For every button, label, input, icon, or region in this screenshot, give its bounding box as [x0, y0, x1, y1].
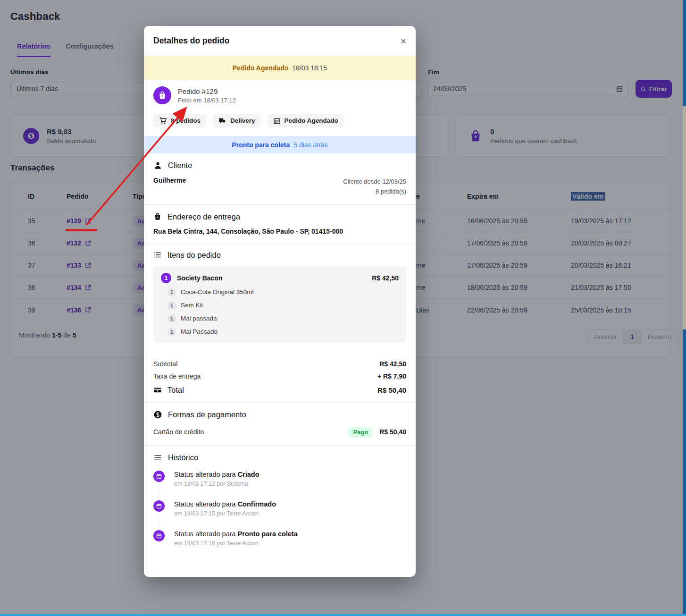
paid-badge: Pago: [348, 427, 373, 438]
history-event-status: Confirmado: [238, 500, 276, 508]
status-banner-label: Pronto para coleta: [232, 141, 290, 149]
history-event-text: Status alterado para: [174, 530, 236, 538]
orders-count-chip: 8 pedidos: [153, 114, 206, 127]
order-item-card: 1 Society Bacon R$ 42,50 1 Coca-Cola Ori…: [153, 266, 406, 343]
history-event-status: Pronto para coleta: [238, 530, 298, 538]
total-label: Total: [167, 386, 184, 395]
history-event-meta: em 18/03 17:15 por Teste Accon: [174, 510, 406, 517]
subitem-qty-badge: 1: [167, 301, 176, 310]
client-section: Cliente Guilherme Cliente desde 12/03/25…: [144, 153, 416, 205]
order-details-modal: Detalhes do pedido × Pedido Agendado 18/…: [144, 26, 416, 577]
history-heading: Histórico: [168, 453, 198, 462]
address-section: Endereço de entrega Rua Bela Cintra, 144…: [144, 205, 416, 243]
calendar-icon: [153, 500, 165, 512]
subitem: 1 Mal passada: [167, 314, 399, 323]
bottom-blue-bar: [0, 614, 686, 616]
item-qty-badge: 1: [161, 273, 171, 283]
scheduled-banner-label: Pedido Agendado: [233, 64, 288, 72]
history-event-meta: em 18/03 17:16 por Teste Accon: [174, 540, 406, 547]
calendar-icon: [153, 471, 165, 482]
order-bag-icon: [153, 86, 171, 104]
menu-lines-icon: [153, 453, 162, 462]
calendar-icon: [153, 530, 165, 541]
scheduled-banner: Pedido Agendado 18/03 18:15: [144, 56, 416, 80]
history-event: Status alterado para Criado em 18/03 17:…: [153, 471, 406, 500]
status-banner: Pronto para coleta 5 dias atrás: [144, 136, 416, 153]
history-event: Status alterado para Confirmado em 18/03…: [153, 500, 406, 530]
subitem: 1 Sem Kit: [167, 301, 399, 310]
order-summary-block: Pedido #129 Feito em 18/03 17:12 8 pedid…: [144, 80, 416, 136]
person-icon: [153, 161, 162, 170]
subitem-qty-badge: 1: [167, 314, 176, 323]
calendar-icon: [273, 117, 281, 125]
dollar-circle-icon: [153, 410, 162, 419]
client-orders-count: 8 pedido(s): [376, 188, 406, 195]
subitems-list: 1 Coca-Cola Original 350ml 1 Sem Kit 1 M…: [161, 288, 399, 336]
address-value: Rua Bela Cintra, 144, Consolação, São Pa…: [153, 228, 406, 235]
subitem-name: Sem Kit: [181, 302, 203, 309]
history-section: Histórico Status alterado para Criado em…: [144, 446, 416, 556]
subitem: 1 Mal Passado: [167, 328, 399, 336]
item-name: Society Bacon: [177, 274, 222, 282]
close-icon[interactable]: ×: [401, 36, 406, 46]
history-event-meta: em 18/03 17:12 por Sistema: [174, 481, 406, 487]
delivery-fee-label: Taxa de entrega: [153, 372, 201, 380]
subitem: 1 Coca-Cola Original 350ml: [167, 288, 399, 296]
scheduled-chip: Pedido Agendado: [268, 114, 344, 127]
history-event: Status alterado para Pronto para coleta …: [153, 530, 406, 548]
history-event-text: Status alterado para: [174, 500, 236, 508]
subitem-name: Mal passada: [181, 315, 217, 322]
modal-title: Detalhes do pedido: [153, 36, 229, 46]
subitem-qty-badge: 1: [167, 328, 176, 336]
truck-icon: [218, 117, 226, 125]
subitem-name: Mal Passado: [181, 328, 218, 335]
history-event-status: Criado: [238, 471, 259, 478]
items-heading: Itens do pedido: [167, 251, 221, 260]
history-event-text: Status alterado para: [174, 471, 236, 478]
status-banner-time: 5 dias atrás: [293, 141, 327, 149]
total-value: R$ 50,40: [377, 386, 406, 394]
address-heading: Endereço de entrega: [167, 212, 240, 221]
payment-section: Formas de pagamento Cartão de crédito Pa…: [144, 403, 416, 446]
client-name: Guilherme: [153, 177, 186, 197]
right-edge-panel-sliver: [683, 106, 686, 329]
delivery-fee-value: + R$ 7,90: [377, 372, 406, 380]
subitem-name: Coca-Cola Original 350ml: [181, 288, 254, 295]
payment-amount: R$ 50,40: [379, 428, 406, 436]
modal-header: Detalhes do pedido ×: [144, 26, 416, 56]
scheduled-banner-time: 18/03 18:15: [292, 64, 327, 72]
wallet-icon: [153, 386, 162, 394]
payment-heading: Formas de pagamento: [168, 410, 246, 419]
payment-method: Cartão de crédito: [153, 428, 204, 436]
order-number: Pedido #129: [178, 87, 236, 95]
bag-icon: [153, 212, 162, 221]
history-timeline: Status alterado para Criado em 18/03 17:…: [153, 471, 406, 548]
client-since: Cliente desde 12/03/25: [343, 178, 406, 185]
item-price: R$ 42,50: [372, 274, 399, 282]
cart-icon: [159, 117, 167, 125]
subtotal-value: R$ 42,50: [379, 360, 406, 368]
subtotal-label: Subtotal: [153, 360, 177, 368]
order-made-at: Feito em 18/03 17:12: [178, 97, 236, 104]
subitem-qty-badge: 1: [167, 288, 176, 296]
totals-section: Subtotal R$ 42,50 Taxa de entrega + R$ 7…: [144, 353, 416, 403]
items-section: Itens do pedido 1 Society Bacon R$ 42,50…: [144, 243, 416, 353]
delivery-chip: Delivery: [213, 114, 261, 127]
client-heading: Cliente: [168, 161, 192, 170]
list-icon: [153, 251, 162, 259]
